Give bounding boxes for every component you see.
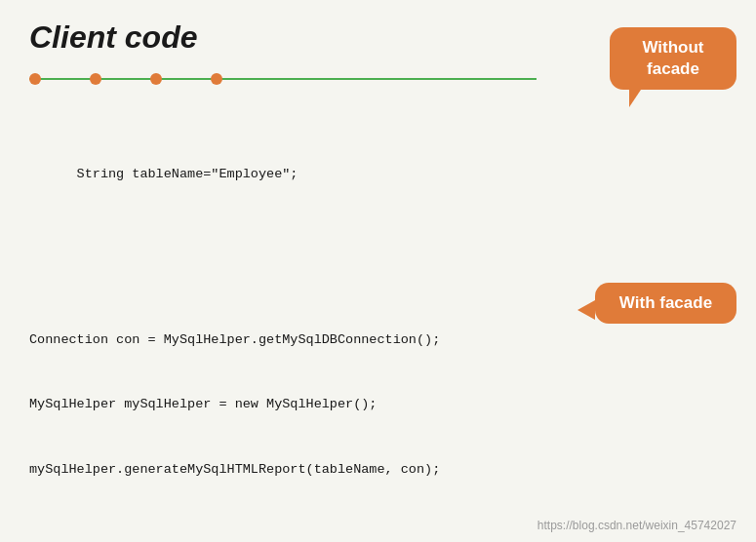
- bubble-with-facade: With facade: [595, 283, 736, 324]
- dot-2: [90, 73, 101, 85]
- watermark: https://blog.csdn.net/weixin_45742027: [537, 519, 736, 532]
- code-line-4: mySqlHelper.generateMySqlHTMLReport(tabl…: [29, 459, 727, 481]
- bubble-without-facade: Withoutfacade: [610, 27, 736, 90]
- code-line-1: String tableName="Employee";: [77, 167, 298, 181]
- code-line-2: Connection con = MySqlHelper.getMySqlDBC…: [29, 329, 727, 351]
- code-section-1: String tableName="Employee";: [29, 142, 727, 208]
- page-container: Client code String tableName="Employee";…: [0, 0, 756, 542]
- dot-1: [29, 73, 41, 85]
- dot-4: [211, 73, 222, 85]
- dot-3: [150, 73, 162, 85]
- code-line-3: MySqlHelper mySqlHelper = new MySqlHelpe…: [29, 394, 727, 415]
